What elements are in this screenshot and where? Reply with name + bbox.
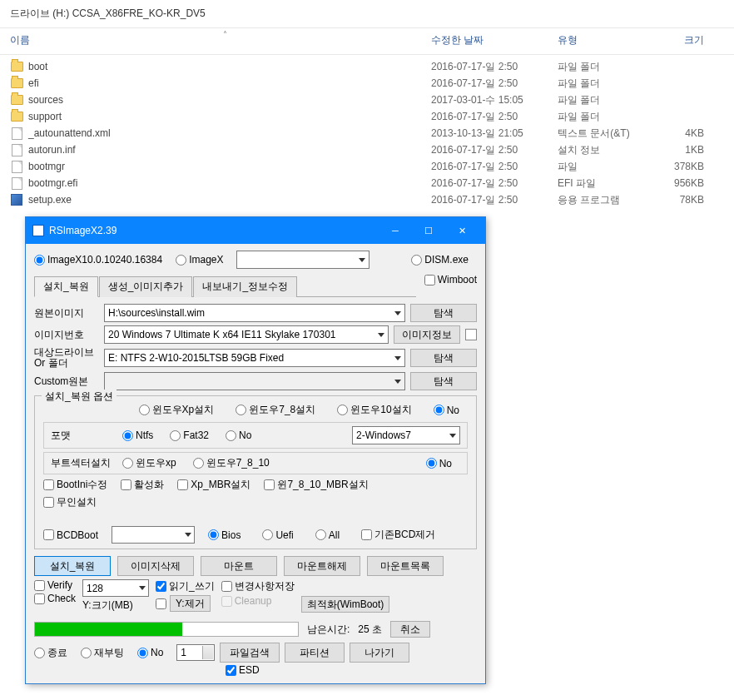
- exit-button[interactable]: 나가기: [350, 643, 409, 663]
- imgno-dropdown[interactable]: 20 Windows 7 Ultimate K x64 IE11 Skylake…: [104, 325, 389, 344]
- radio-reboot[interactable]: 재부팅: [81, 646, 124, 660]
- file-row[interactable]: support2016-07-17-일 2:50파일 폴더: [0, 108, 734, 125]
- partition-button[interactable]: 파티션: [285, 643, 345, 663]
- file-name: efi: [28, 77, 431, 89]
- exe-icon: [10, 193, 23, 206]
- mount-button[interactable]: 마운트: [201, 556, 277, 576]
- file-name: _autounattend.xml: [28, 127, 431, 139]
- check-remove-bcd[interactable]: 기존BCD제거: [361, 528, 435, 542]
- file-row[interactable]: autorun.inf2016-07-17-일 2:50설치 정보1KB: [0, 141, 734, 158]
- optimize-button[interactable]: 최적화(WimBoot): [301, 596, 390, 613]
- target-browse-button[interactable]: 탐색: [410, 349, 477, 367]
- check-esd[interactable]: ESD: [226, 664, 260, 676]
- col-date[interactable]: 수정한 날짜: [431, 33, 558, 47]
- check-savechanges[interactable]: 변경사항저장: [221, 579, 295, 593]
- file-date: 2013-10-13-일 21:05: [431, 127, 558, 141]
- tab-export-edit[interactable]: 내보내기_정보수정: [193, 276, 297, 297]
- check-yremove-box[interactable]: [156, 598, 166, 609]
- filesearch-button[interactable]: 파일검색: [220, 643, 280, 663]
- check-win7810mbr[interactable]: 윈7_8_10_MBR설치: [264, 478, 368, 492]
- radio-win10-install[interactable]: 윈도우10설치: [337, 403, 411, 417]
- check-check[interactable]: Check: [34, 593, 76, 604]
- bcdboot-dropdown[interactable]: [112, 526, 195, 544]
- file-icon: [10, 127, 23, 140]
- radio-imagex[interactable]: ImageX: [176, 254, 223, 266]
- check-xpmbr[interactable]: Xp_MBR설치: [177, 478, 250, 492]
- footer-spinner[interactable]: 1: [176, 644, 215, 661]
- install-restore-button[interactable]: 설치_복원: [34, 556, 111, 576]
- tab-install-restore[interactable]: 설치_복원: [34, 276, 98, 297]
- check-unattend[interactable]: 무인설치: [43, 495, 97, 509]
- yremove-button[interactable]: Y:제거: [170, 595, 211, 612]
- check-rw[interactable]: 읽기_쓰기: [156, 579, 215, 593]
- radio-fat32[interactable]: Fat32: [170, 429, 209, 441]
- folder-icon: [10, 77, 23, 90]
- file-row[interactable]: bootmgr2016-07-17-일 2:50파일378KB: [0, 158, 734, 175]
- col-name[interactable]: 이름: [10, 33, 431, 47]
- label-bootsector: 부트섹터설치: [51, 456, 114, 470]
- radio-boot-no[interactable]: No: [426, 458, 452, 469]
- col-type[interactable]: 유형: [558, 33, 654, 47]
- check-bootini[interactable]: BootIni수정: [43, 478, 107, 492]
- check-verify[interactable]: Verify: [34, 579, 76, 591]
- tab-create-add[interactable]: 생성_이미지추가: [99, 276, 193, 297]
- radio-win78-install[interactable]: 윈도우7_8설치: [236, 403, 315, 417]
- unmount-button[interactable]: 마운트해제: [284, 556, 360, 576]
- custom-dropdown[interactable]: [104, 372, 405, 390]
- file-row[interactable]: _autounattend.xml2013-10-13-일 21:05텍스트 문…: [0, 125, 734, 141]
- source-dropdown[interactable]: H:\sources\install.wim: [104, 304, 405, 322]
- imginfo-button[interactable]: 이미지정보: [394, 325, 460, 344]
- radio-boot-7810[interactable]: 윈도우7_8_10: [193, 456, 270, 470]
- folder-icon: [10, 110, 23, 123]
- file-size: 378KB: [654, 161, 704, 172]
- file-date: 2016-07-17-일 2:50: [431, 160, 558, 174]
- maximize-button[interactable]: ☐: [412, 222, 445, 239]
- close-button[interactable]: ✕: [445, 222, 479, 239]
- file-size: 956KB: [654, 177, 704, 189]
- mountlist-button[interactable]: 마운트목록: [367, 556, 444, 576]
- check-wimboot[interactable]: Wimboot: [424, 274, 477, 285]
- app-icon: [32, 225, 44, 236]
- file-type: 파일: [558, 160, 654, 174]
- radio-boot-xp[interactable]: 윈도우xp: [122, 456, 176, 470]
- file-icon: [10, 176, 23, 190]
- radio-imagex10[interactable]: ImageX10.0.10240.16384: [34, 254, 162, 266]
- col-size[interactable]: 크기: [654, 33, 704, 47]
- radio-winxp-install[interactable]: 윈도우Xp설치: [139, 403, 215, 417]
- file-date: 2016-07-17-일 2:50: [431, 77, 558, 91]
- cancel-button[interactable]: 취소: [390, 621, 430, 638]
- check-cleanup[interactable]: Cleanup: [221, 595, 295, 607]
- remain-label: 남은시간:: [307, 623, 350, 637]
- file-name: support: [28, 111, 431, 122]
- file-row[interactable]: sources2017-03-01-수 15:05파일 폴더: [0, 92, 734, 108]
- radio-shutdown[interactable]: 종료: [34, 646, 67, 660]
- radio-ntfs[interactable]: Ntfs: [122, 429, 153, 441]
- verify-dropdown[interactable]: 128: [82, 579, 149, 597]
- source-browse-button[interactable]: 탐색: [410, 304, 477, 322]
- file-row[interactable]: boot2016-07-17-일 2:50파일 폴더: [0, 58, 734, 75]
- file-size: 1KB: [654, 144, 704, 156]
- format-target-dropdown[interactable]: 2-Windows7: [352, 426, 460, 444]
- radio-bios[interactable]: Bios: [208, 529, 241, 541]
- check-bcdboot[interactable]: BCDBoot: [43, 529, 98, 541]
- file-name: boot: [28, 61, 431, 72]
- radio-uefi[interactable]: Uefi: [262, 529, 293, 541]
- radio-fmt-no[interactable]: No: [226, 429, 251, 441]
- check-active[interactable]: 활성화: [121, 478, 164, 492]
- delete-image-button[interactable]: 이미지삭제: [117, 556, 194, 576]
- file-row[interactable]: setup.exe2016-07-17-일 2:50응용 프로그램78KB: [0, 191, 734, 208]
- dialog-title-text: RSImageX2.39: [49, 225, 379, 236]
- imginfo-check[interactable]: [465, 329, 477, 340]
- file-row[interactable]: bootmgr.efi2016-07-17-일 2:50EFI 파일956KB: [0, 175, 734, 191]
- radio-os-no[interactable]: No: [434, 405, 459, 416]
- file-date: 2016-07-17-일 2:50: [431, 110, 558, 124]
- file-row[interactable]: efi2016-07-17-일 2:50파일 폴더: [0, 75, 734, 92]
- radio-footer-no[interactable]: No: [137, 647, 163, 658]
- dialog-titlebar[interactable]: RSImageX2.39 ─ ☐ ✕: [26, 217, 485, 244]
- radio-dism[interactable]: DISM.exe: [411, 254, 469, 266]
- minimize-button[interactable]: ─: [379, 222, 412, 239]
- target-dropdown[interactable]: E: NTFS 2-W10-2015LTSB 59GB Fixed: [104, 349, 405, 367]
- imagex-dropdown[interactable]: [236, 251, 369, 269]
- radio-all[interactable]: All: [315, 529, 340, 541]
- custom-browse-button[interactable]: 탐색: [410, 372, 477, 390]
